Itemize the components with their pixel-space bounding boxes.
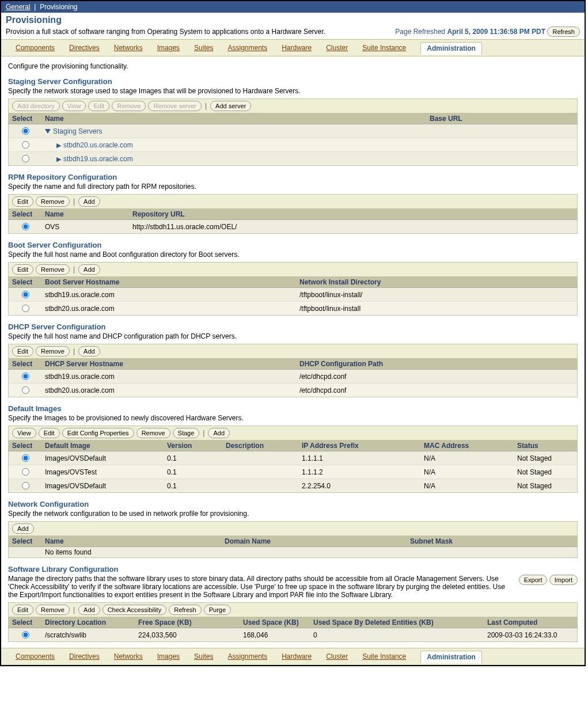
add-button[interactable]: Add [78, 346, 100, 356]
refresh-button[interactable]: Refresh [547, 26, 580, 37]
tab-cluster[interactable]: Cluster [326, 44, 348, 52]
tab-networks[interactable]: Networks [114, 44, 143, 52]
row-select-radio[interactable] [22, 373, 29, 380]
remove-button[interactable]: Remove [36, 605, 70, 615]
row-select-radio[interactable] [22, 155, 29, 162]
row-select-radio[interactable] [22, 141, 29, 149]
col-last: Last Computed [484, 617, 578, 628]
refresh-button[interactable]: Refresh [169, 605, 202, 615]
tab-hardware[interactable]: Hardware [282, 652, 312, 660]
remove-button[interactable]: Remove [36, 196, 70, 207]
col-select: Select [9, 536, 42, 547]
add-button[interactable]: Add [12, 523, 34, 534]
add-button[interactable]: Add [78, 605, 100, 615]
tab-directives[interactable]: Directives [69, 652, 100, 660]
staging-desc: Specify the network storage used to stag… [8, 87, 578, 95]
stage-button[interactable]: Stage [173, 428, 200, 438]
remove-button[interactable]: Remove [36, 264, 70, 275]
col-select: Select [9, 277, 42, 288]
col-select: Select [9, 113, 42, 124]
col-subnet: Subnet Mask [407, 536, 578, 547]
row-select-radio[interactable] [22, 482, 29, 489]
network-table: Select Name Domain Name Subnet Mask No i… [8, 536, 578, 558]
edit-button[interactable]: Edit [12, 346, 33, 356]
col-path: DHCP Configuration Path [296, 359, 578, 370]
col-select: Select [9, 359, 42, 370]
purge-button[interactable]: Purge [204, 605, 231, 615]
col-desc: Description [222, 441, 298, 451]
tab-cluster[interactable]: Cluster [326, 652, 348, 660]
page-title: Provisioning [6, 15, 62, 25]
network-desc: Specify the network configuration to be … [8, 510, 578, 518]
view-button[interactable]: View [12, 428, 36, 438]
tab-administration[interactable]: Administration [420, 42, 482, 55]
table-row: Images/OVSTest0.11.1.1.2N/ANot Staged [9, 465, 578, 479]
add-button[interactable]: Add [78, 196, 100, 207]
tab-suites[interactable]: Suites [194, 652, 213, 660]
tab-directives[interactable]: Directives [69, 44, 100, 52]
staging-root-name[interactable]: Staging Servers [53, 127, 102, 135]
edit-button[interactable]: Edit [39, 428, 60, 438]
breadcrumb-general[interactable]: General [6, 3, 31, 11]
row-select-radio[interactable] [22, 386, 29, 394]
edit-button[interactable]: Edit [12, 264, 33, 275]
edit-button[interactable]: Edit [12, 196, 33, 207]
tab-components[interactable]: Components [16, 652, 55, 660]
import-button[interactable]: Import [549, 575, 578, 585]
add-server-button[interactable]: Add server [210, 101, 251, 111]
remove-button[interactable]: Remove [136, 428, 170, 438]
table-row: ▶stbdh20.us.oracle.com [9, 138, 578, 152]
row-select-radio[interactable] [22, 454, 29, 462]
tab-images[interactable]: Images [157, 44, 180, 52]
row-select-radio[interactable] [22, 631, 29, 639]
breadcrumb: General | Provisioning [1, 1, 585, 13]
swlib-toolbar: Edit Remove | Add Check Accessibility Re… [8, 602, 578, 617]
swlib-desc: Manage the directory paths that the soft… [8, 575, 513, 599]
col-status: Status [514, 441, 578, 451]
tab-hardware[interactable]: Hardware [282, 44, 312, 52]
dhcp-title: DHCP Server Configuration [8, 322, 578, 331]
add-button[interactable]: Add [78, 264, 100, 275]
staging-child-name[interactable]: stbdh19.us.oracle.com [63, 155, 133, 163]
col-ip: IP Address Prefix [298, 441, 420, 451]
tab-networks[interactable]: Networks [114, 652, 143, 660]
col-name: Name [41, 209, 129, 220]
export-button[interactable]: Export [519, 575, 548, 585]
row-select-radio[interactable] [22, 291, 29, 298]
rpm-desc: Specify the name and full directory path… [8, 183, 578, 191]
col-host: DHCP Server Hostname [41, 359, 296, 370]
edit-button[interactable]: Edit [12, 605, 33, 615]
tab-suite-instance[interactable]: Suite Instance [362, 44, 406, 52]
tab-suites[interactable]: Suites [194, 44, 213, 52]
tab-administration[interactable]: Administration [420, 651, 482, 663]
intro-text: Configure the provisioning functionality… [8, 62, 578, 70]
images-table: Select Default Image Version Description… [8, 440, 578, 493]
col-select: Select [9, 441, 42, 451]
tab-assignments[interactable]: Assignments [227, 652, 267, 660]
row-select-radio[interactable] [22, 305, 29, 312]
dhcp-toolbar: Edit Remove | Add [8, 344, 578, 358]
remove-button: Remove [112, 101, 146, 111]
remove-server-button: Remove server [148, 101, 202, 111]
row-select-radio[interactable] [22, 468, 29, 476]
staging-child-name[interactable]: stbdh20.us.oracle.com [63, 141, 133, 149]
col-url: Repository URL [129, 209, 578, 220]
remove-button[interactable]: Remove [36, 346, 70, 356]
table-row: stbdh20.us.oracle.com /tftpboot/linux-in… [9, 302, 578, 316]
tab-components[interactable]: Components [16, 44, 55, 52]
table-row: OVS http://stbdh11.us.oracle.com/OEL/ [9, 220, 578, 234]
row-select-radio[interactable] [22, 127, 29, 135]
table-row: Images/OVSDefault0.11.1.1.1N/ANot Staged [9, 451, 578, 465]
tab-suite-instance[interactable]: Suite Instance [362, 652, 406, 660]
add-button[interactable]: Add [208, 428, 230, 438]
col-host: Boot Server Hostname [41, 277, 296, 288]
page-description: Provision a full stack of software rangi… [6, 28, 325, 36]
tab-assignments[interactable]: Assignments [227, 44, 267, 52]
expand-icon[interactable] [45, 129, 51, 134]
tab-images[interactable]: Images [157, 652, 180, 660]
edit-config-properties-button[interactable]: Edit Config Properties [62, 428, 134, 438]
row-select-radio[interactable] [22, 223, 29, 230]
col-select: Select [9, 617, 42, 628]
table-row: /scratch/swlib 224,033,560 168,046 0 200… [9, 628, 578, 642]
check-accessibility-button[interactable]: Check Accessibility [103, 605, 167, 615]
